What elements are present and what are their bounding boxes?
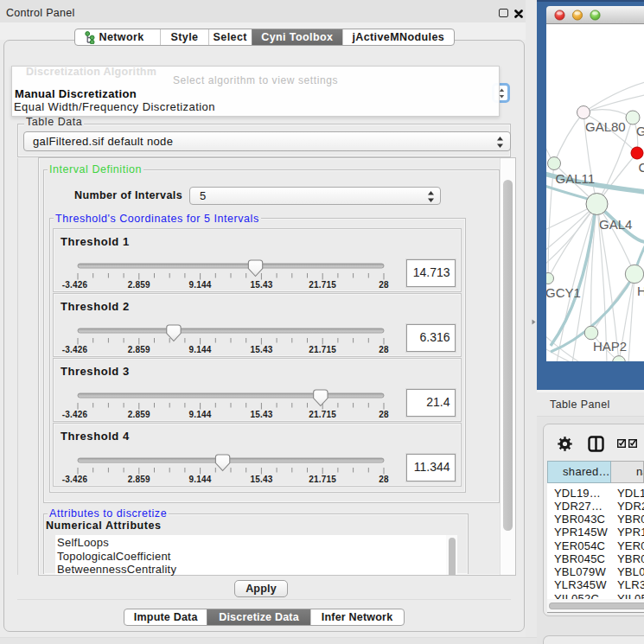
svg-text:15.43: 15.43: [250, 345, 272, 354]
svg-text:15.43: 15.43: [250, 475, 272, 484]
svg-text:28: 28: [379, 410, 389, 419]
svg-text:9.144: 9.144: [189, 410, 212, 419]
svg-text:-3.426: -3.426: [62, 410, 88, 419]
svg-text:9.144: 9.144: [189, 280, 212, 290]
svg-text:21.715: 21.715: [309, 280, 336, 290]
svg-text:21.715: 21.715: [309, 475, 336, 484]
svg-text:-3.426: -3.426: [62, 475, 88, 484]
svg-text:21.715: 21.715: [309, 410, 336, 419]
svg-text:C: C: [639, 160, 644, 175]
svg-text:H: H: [637, 284, 644, 298]
svg-text:2.859: 2.859: [128, 410, 150, 419]
svg-text:21.715: 21.715: [309, 345, 336, 354]
svg-text:9.144: 9.144: [189, 475, 212, 484]
svg-text:2.859: 2.859: [128, 345, 150, 354]
svg-text:15.43: 15.43: [250, 280, 272, 290]
svg-text:28: 28: [379, 475, 389, 484]
svg-text:-3.426: -3.426: [62, 280, 88, 290]
svg-text:28: 28: [379, 280, 389, 290]
svg-text:GA: GA: [636, 124, 644, 138]
svg-text:2.859: 2.859: [128, 280, 150, 290]
svg-text:15.43: 15.43: [250, 410, 272, 419]
svg-text:HAP2: HAP2: [593, 339, 627, 354]
svg-text:GAL80: GAL80: [585, 119, 626, 134]
svg-text:GAL11: GAL11: [556, 171, 596, 186]
svg-text:GCY1: GCY1: [546, 285, 581, 300]
svg-text:9.144: 9.144: [189, 345, 212, 354]
svg-text:28: 28: [379, 345, 389, 354]
svg-text:2.859: 2.859: [128, 475, 150, 484]
svg-text:GAL4: GAL4: [599, 217, 632, 232]
svg-text:-3.426: -3.426: [62, 345, 88, 354]
